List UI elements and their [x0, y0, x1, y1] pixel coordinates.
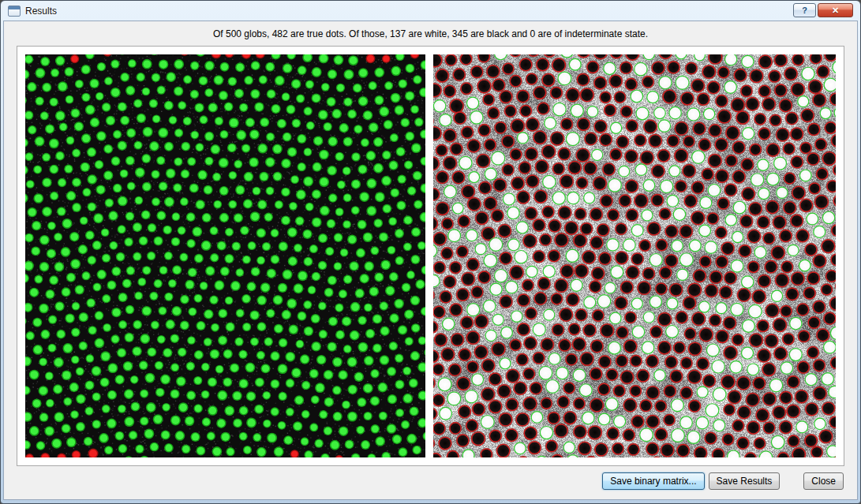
summary-text: Of 500 globs, 482 are true dots. Of thos… — [4, 28, 857, 39]
save-binary-matrix-button[interactable]: Save binary matrix... — [602, 472, 704, 490]
close-button[interactable]: Close — [803, 472, 844, 490]
titlebar-buttons: ? ✕ — [793, 3, 853, 17]
titlebar[interactable]: Results ? ✕ — [3, 1, 858, 21]
close-icon: ✕ — [832, 6, 839, 15]
dialog-body: Of 500 globs, 482 are true dots. Of thos… — [3, 21, 858, 500]
help-button[interactable]: ? — [793, 3, 816, 17]
detected-dots-image — [25, 54, 425, 457]
close-window-button[interactable]: ✕ — [818, 3, 853, 17]
save-results-button[interactable]: Save Results — [709, 472, 781, 490]
help-icon: ? — [802, 6, 807, 15]
button-row: Save binary matrix... Save Results Close — [602, 472, 844, 490]
results-dialog: Results ? ✕ Of 500 globs, 482 are true d… — [0, 0, 861, 504]
window-title: Results — [25, 6, 57, 17]
classified-dots-overlay-image — [433, 54, 836, 457]
window-icon — [8, 6, 21, 17]
images-frame — [17, 46, 844, 466]
